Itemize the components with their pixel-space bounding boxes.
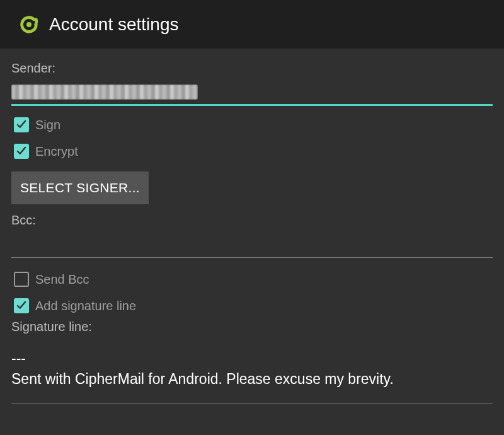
content-area: Sender: Sign Encrypt SELECT SIGNER... Bc…: [0, 49, 504, 415]
app-logo-icon: [18, 13, 40, 36]
sender-value-redacted: [11, 84, 198, 100]
page-title: Account settings: [49, 14, 178, 35]
checkmark-icon: [16, 119, 27, 130]
add-signature-checkbox[interactable]: [14, 298, 29, 313]
bcc-input[interactable]: [11, 231, 493, 258]
send-bcc-checkbox[interactable]: [14, 272, 29, 287]
signature-textarea[interactable]: --- Sent with CipherMail for Android. Pl…: [11, 348, 493, 403]
select-signer-button[interactable]: SELECT SIGNER...: [11, 171, 149, 204]
bcc-label: Bcc:: [11, 213, 493, 228]
sender-input[interactable]: [11, 79, 493, 106]
app-header: Account settings: [0, 0, 504, 49]
encrypt-label: Encrypt: [35, 144, 78, 159]
sign-label: Sign: [35, 118, 60, 132]
sender-label: Sender:: [11, 61, 493, 76]
add-signature-label: Add signature line: [35, 299, 136, 313]
signature-label: Signature line:: [11, 320, 493, 334]
send-bcc-label: Send Bcc: [35, 272, 89, 287]
svg-point-0: [26, 22, 32, 27]
encrypt-checkbox[interactable]: [14, 144, 29, 159]
checkmark-icon: [16, 146, 27, 157]
checkmark-icon: [16, 300, 27, 311]
sign-checkbox[interactable]: [14, 117, 29, 132]
